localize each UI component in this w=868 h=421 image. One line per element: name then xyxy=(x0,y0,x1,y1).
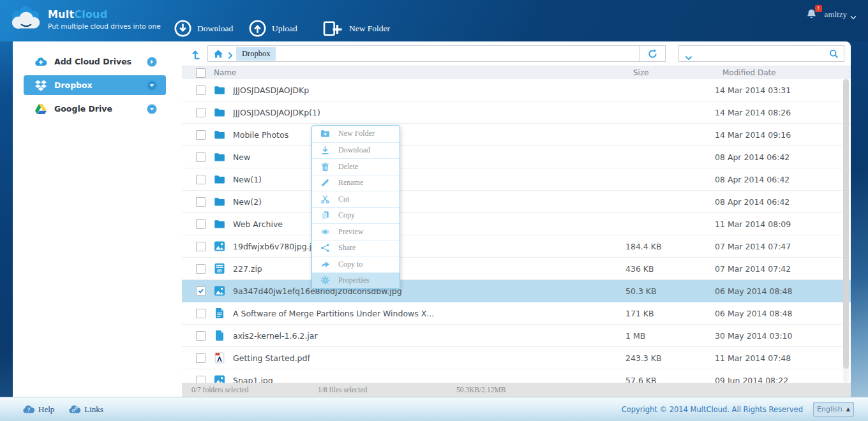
add-cloud-icon xyxy=(34,56,47,68)
row-checkbox[interactable] xyxy=(196,353,206,363)
menu-item-delete[interactable]: Delete xyxy=(312,158,400,175)
links-cloud-icon xyxy=(68,404,81,414)
menu-item-cut[interactable]: Cut xyxy=(312,191,400,207)
column-name[interactable]: Name xyxy=(214,68,633,77)
upload-button[interactable]: Upload xyxy=(249,20,297,37)
menu-properties-icon xyxy=(320,276,330,285)
file-name: 19dfwjxb6v780jpg.jpg xyxy=(233,242,625,251)
user-area: ! amltzy xyxy=(805,8,857,20)
image-file-icon xyxy=(214,240,225,252)
chevron-down-circle-icon[interactable] xyxy=(147,80,157,91)
file-browser-panel: Dropbox Name Size Modified Date xyxy=(182,41,851,397)
file-modified-date: 08 Apr 2014 06:42 xyxy=(715,175,851,184)
row-checkbox[interactable] xyxy=(196,175,206,184)
scrollbar-thumb[interactable] xyxy=(843,79,849,369)
table-row[interactable]: 19dfwjxb6v780jpg.jpg 184.4 KB 07 Mar 201… xyxy=(182,235,851,258)
row-checkbox[interactable] xyxy=(196,197,206,207)
menu-new-folder-icon xyxy=(320,129,330,138)
go-up-icon[interactable] xyxy=(191,48,203,60)
file-name: JJJOSJDASDJAOJDKp xyxy=(233,85,625,95)
search-icon[interactable] xyxy=(829,49,839,59)
home-icon[interactable] xyxy=(213,49,223,59)
column-modified[interactable]: Modified Date xyxy=(722,68,851,77)
menu-item-preview[interactable]: Preview xyxy=(312,223,400,240)
table-row[interactable]: Snap1.jpg 57.6 KB 09 Jun 2014 08:22 xyxy=(182,369,851,383)
table-row[interactable]: New(2) 08 Apr 2014 06:42 xyxy=(182,191,851,213)
help-link[interactable]: ? Help xyxy=(22,404,54,415)
table-header: Name Size Modified Date xyxy=(182,66,851,79)
row-checkbox-checked[interactable] xyxy=(196,286,206,296)
google-drive-icon xyxy=(34,103,47,115)
row-checkbox[interactable] xyxy=(196,152,206,162)
scrollbar[interactable] xyxy=(843,79,849,383)
row-checkbox[interactable] xyxy=(196,130,206,140)
select-all-checkbox[interactable] xyxy=(196,68,206,78)
table-row[interactable]: JJJOSJDASDJAOJDKp(1) 14 Mar 2014 08:26 xyxy=(182,101,851,124)
menu-item-copy-to[interactable]: Copy to xyxy=(312,256,400,272)
file-modified-date: 08 Apr 2014 06:42 xyxy=(715,197,851,207)
menu-item-download[interactable]: Download xyxy=(312,142,400,159)
svg-text:zip: zip xyxy=(218,269,222,272)
menu-item-share[interactable]: Share xyxy=(312,240,400,256)
menu-item-properties[interactable]: Properties xyxy=(312,272,400,289)
table-row[interactable]: New 08 Apr 2014 06:42 xyxy=(182,146,851,168)
download-button[interactable]: Download xyxy=(174,20,233,37)
file-size: 436 KB xyxy=(625,264,715,274)
chevron-right-circle-icon[interactable] xyxy=(147,57,157,67)
table-row[interactable]: JJJOSJDASDJAOJDKp 14 Mar 2014 03:31 xyxy=(182,79,851,101)
new-folder-button[interactable]: New Folder xyxy=(322,20,390,38)
folder-icon xyxy=(214,129,225,140)
breadcrumb-current[interactable]: Dropbox xyxy=(236,47,276,61)
menu-item-rename[interactable]: Rename xyxy=(312,175,400,191)
sidebar-item-add-cloud-drives[interactable]: Add Cloud Drives xyxy=(24,52,166,71)
chevron-down-circle-icon[interactable] xyxy=(147,104,157,114)
file-name: New(2) xyxy=(233,197,625,207)
file-modified-date: 30 May 2014 03:10 xyxy=(715,331,851,341)
table-row[interactable]: Web Archive 11 Mar 2014 08:09 xyxy=(182,213,851,235)
row-checkbox[interactable] xyxy=(196,108,206,117)
table-row[interactable]: Mobile Photos 14 Mar 2014 09:16 xyxy=(182,124,851,146)
menu-preview-icon xyxy=(320,227,330,237)
file-modified-date: 09 Jun 2014 08:22 xyxy=(715,376,851,383)
pdf-file-icon xyxy=(214,352,225,364)
row-checkbox[interactable] xyxy=(196,264,206,274)
notification-bell-icon[interactable]: ! xyxy=(805,8,818,20)
row-checkbox[interactable] xyxy=(196,85,206,95)
file-modified-date: 14 Mar 2014 09:16 xyxy=(715,130,851,140)
links-link[interactable]: Links xyxy=(68,404,103,415)
table-row[interactable]: zip 227.zip 436 KB 07 Mar 2014 07:42 xyxy=(182,258,851,280)
column-size[interactable]: Size xyxy=(633,68,722,77)
copyright-text: Copyright © 2014 MultCloud. All Rights R… xyxy=(622,405,803,414)
image-file-icon xyxy=(214,374,225,383)
chevron-down-icon xyxy=(850,12,857,17)
row-checkbox[interactable] xyxy=(196,219,206,229)
upload-circle-icon xyxy=(249,20,266,37)
row-checkbox[interactable] xyxy=(196,376,206,383)
table-row[interactable]: A Software of Merge Partitions Under Win… xyxy=(182,302,851,325)
table-row[interactable]: axis2-kernel-1.6.2.jar 1 MB 30 May 2014 … xyxy=(182,325,851,347)
sidebar-item-google-drive[interactable]: Google Drive xyxy=(24,99,166,119)
app-footer: ? Help Links Copyright © 2014 MultCloud.… xyxy=(0,397,868,421)
menu-item-new-folder[interactable]: New Folder xyxy=(312,126,400,142)
row-checkbox[interactable] xyxy=(196,331,206,341)
search-input[interactable] xyxy=(695,47,827,61)
context-menu: New Folder Download Delete Rename Cut Co… xyxy=(311,125,400,289)
file-name: JJJOSJDASDJAOJDKp(1) xyxy=(233,108,625,117)
file-list: JJJOSJDASDJAOJDKp 14 Mar 2014 03:31 JJJO… xyxy=(182,79,851,383)
menu-item-copy[interactable]: Copy xyxy=(312,207,400,224)
doc-file-icon xyxy=(214,307,225,319)
row-checkbox[interactable] xyxy=(196,309,206,318)
sidebar-item-dropbox[interactable]: Dropbox xyxy=(24,75,166,95)
file-modified-date: 14 Mar 2014 03:31 xyxy=(715,85,851,95)
table-row[interactable]: New(1) 08 Apr 2014 06:42 xyxy=(182,168,851,191)
app-header: MultCloud Put multiple cloud drives into… xyxy=(0,0,868,41)
search-options-chevron-icon[interactable] xyxy=(685,51,692,56)
table-row[interactable]: 9a347d40jw1efq16e8nodj20dconsdbw.jpg 50.… xyxy=(182,280,851,302)
row-checkbox[interactable] xyxy=(196,242,206,251)
user-menu[interactable]: amltzy xyxy=(825,10,857,20)
file-name: axis2-kernel-1.6.2.jar xyxy=(233,331,625,341)
language-selector[interactable]: English ▲ xyxy=(813,402,854,417)
table-row[interactable]: Getting Started.pdf 243.3 KB 11 Mar 2014… xyxy=(182,347,851,369)
refresh-icon[interactable] xyxy=(639,46,665,61)
file-modified-date: 08 Apr 2014 06:42 xyxy=(715,152,851,162)
